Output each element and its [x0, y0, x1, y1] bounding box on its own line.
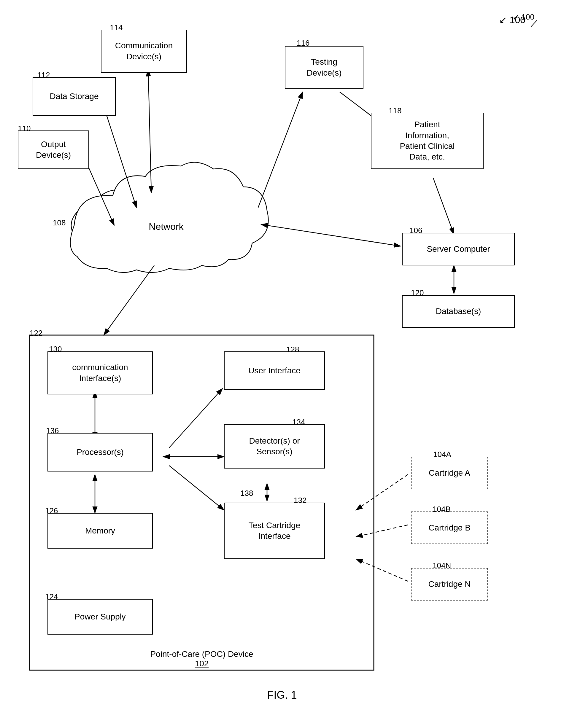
processor-label: Processor(s) [76, 447, 124, 458]
ref-120: 120 [411, 288, 424, 297]
ref-136: 136 [46, 426, 59, 435]
svg-line-19 [267, 225, 401, 246]
ref-112: 112 [37, 71, 50, 80]
ref-104n: 104N [433, 561, 451, 570]
svg-line-16 [148, 76, 151, 193]
svg-line-33 [356, 559, 408, 581]
svg-point-7 [185, 181, 230, 216]
ref-110: 110 [18, 124, 31, 133]
memory-box: Memory [47, 513, 153, 549]
detector-label: Detector(s) orSensor(s) [249, 436, 300, 457]
svg-point-13 [208, 234, 240, 259]
patient-info-box: PatientInformation,Patient ClinicalData,… [371, 113, 484, 169]
ref-106: 106 [410, 226, 422, 235]
ref-122: 122 [30, 329, 42, 338]
cartridge-n-label: Cartridge N [428, 579, 471, 590]
test-cartridge-interface-label: Test CartridgeInterface [248, 520, 300, 542]
ref-114: 114 [110, 23, 122, 32]
ref-134: 134 [292, 418, 305, 427]
server-computer-box: Server Computer [402, 233, 515, 265]
ref-138: 138 [240, 489, 253, 498]
output-device-label: OutputDevice(s) [36, 139, 71, 161]
user-interface-box: User Interface [224, 351, 325, 390]
ref-130: 130 [49, 345, 62, 354]
svg-point-3 [71, 187, 261, 264]
svg-point-11 [138, 239, 176, 268]
cartridge-a-label: Cartridge A [429, 468, 470, 478]
svg-line-32 [356, 525, 408, 537]
cartridge-b-label: Cartridge B [428, 522, 471, 533]
ref-104a: 104A [433, 450, 451, 459]
figure-label: FIG. 1 [0, 689, 564, 701]
user-interface-label: User Interface [248, 365, 301, 376]
svg-line-21 [433, 178, 454, 234]
detector-box: Detector(s) orSensor(s) [224, 424, 325, 469]
communication-interface-box: communicationInterface(s) [47, 351, 153, 394]
cartridge-n-box: Cartridge N [411, 568, 488, 600]
network-label: Network [149, 221, 184, 232]
output-device-box: OutputDevice(s) [18, 130, 89, 169]
cartridge-a-box: Cartridge A [411, 457, 488, 489]
data-storage-label: Data Storage [50, 91, 99, 102]
memory-label: Memory [85, 525, 115, 536]
svg-line-31 [356, 474, 408, 510]
server-computer-label: Server Computer [427, 244, 490, 254]
ref-100: ↙ 100 [513, 12, 534, 22]
ref-118: 118 [389, 106, 402, 115]
svg-point-6 [153, 173, 203, 213]
power-supply-box: Power Supply [47, 599, 153, 635]
ref-108: 108 [53, 218, 66, 227]
svg-line-29 [169, 466, 224, 510]
svg-point-10 [107, 236, 142, 262]
ref-132: 132 [294, 496, 307, 505]
communication-device-label: CommunicationDevice(s) [115, 40, 173, 62]
ref-128: 128 [286, 345, 299, 354]
poc-device-label: Point-of-Care (POC) Device102 [98, 649, 306, 668]
svg-point-8 [211, 194, 252, 227]
svg-line-24 [104, 265, 154, 335]
svg-line-26 [169, 388, 222, 448]
svg-point-12 [173, 238, 212, 265]
svg-point-4 [95, 190, 142, 225]
cartridge-b-box: Cartridge B [411, 512, 488, 544]
svg-line-18 [258, 92, 303, 208]
svg-point-5 [122, 176, 169, 215]
communication-device-box: CommunicationDevice(s) [101, 30, 187, 73]
data-storage-box: Data Storage [33, 77, 116, 116]
database-label: Database(s) [436, 306, 481, 317]
testing-device-box: TestingDevice(s) [285, 46, 364, 89]
network-cloud [70, 162, 268, 273]
svg-line-15 [104, 107, 136, 208]
database-box: Database(s) [402, 295, 515, 328]
ref-104b: 104B [433, 505, 451, 514]
svg-rect-14 [107, 208, 237, 248]
ref-126: 126 [45, 506, 58, 515]
testing-device-label: TestingDevice(s) [307, 57, 342, 78]
diagram: ↙ 100 [0, 0, 564, 728]
test-cartridge-interface-box: Test CartridgeInterface [224, 503, 325, 559]
patient-info-label: PatientInformation,Patient ClinicalData,… [400, 119, 455, 163]
communication-interface-label: communicationInterface(s) [72, 362, 128, 384]
processor-box: Processor(s) [47, 433, 153, 471]
ref-116: 116 [297, 39, 310, 48]
ref-124: 124 [45, 592, 58, 601]
power-supply-label: Power Supply [74, 611, 126, 622]
svg-rect-9 [101, 205, 237, 252]
